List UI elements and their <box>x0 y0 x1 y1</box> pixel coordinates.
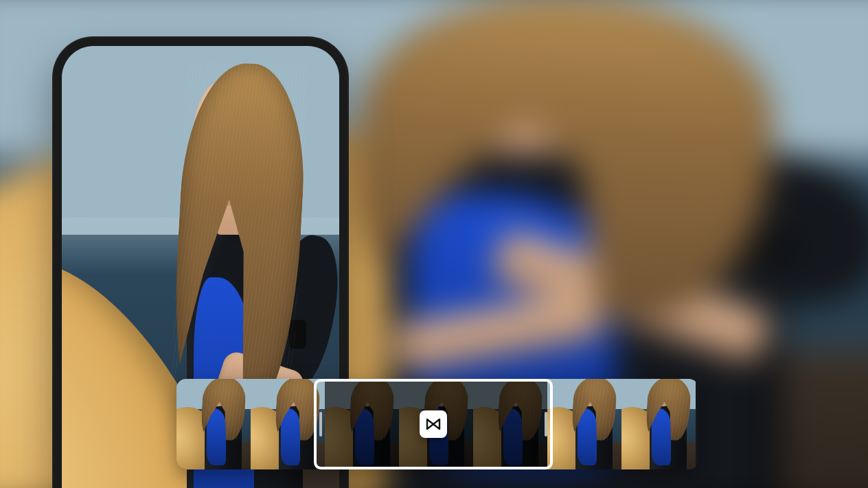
timeline-frame[interactable] <box>547 379 621 469</box>
scene-surfer <box>547 379 621 469</box>
timeline-frame[interactable] <box>621 379 696 469</box>
selection-handle-right[interactable] <box>539 382 551 467</box>
scene-surfer <box>473 379 547 469</box>
selection-handle-left[interactable] <box>315 382 328 467</box>
scene-surfer <box>621 379 696 469</box>
scene-surfer <box>325 379 399 469</box>
scene-surfer <box>251 379 325 469</box>
timeline-frame[interactable] <box>176 379 251 469</box>
timeline-frame[interactable] <box>325 379 399 469</box>
timeline-frame[interactable] <box>473 379 547 469</box>
scene-surfer <box>176 379 251 469</box>
video-timeline[interactable] <box>176 379 698 469</box>
transition-button[interactable] <box>420 410 447 438</box>
timeline-frame[interactable] <box>251 379 325 469</box>
bowtie-transition-icon <box>425 416 442 432</box>
